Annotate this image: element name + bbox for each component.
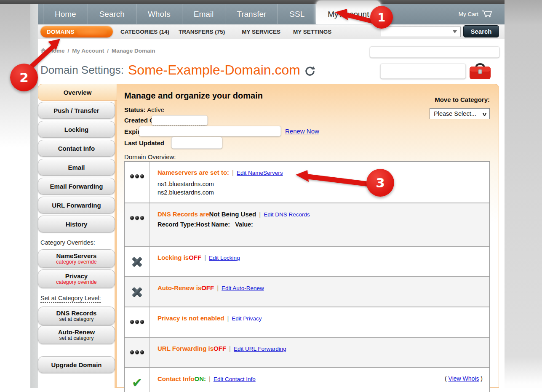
edit-contact-info-link[interactable]: Edit Contact Info [214,376,256,382]
sidebar-item-push-transfer[interactable]: Push / Transfer [38,102,115,119]
sidebar-item-upgrade-domain[interactable]: Upgrade Domain [38,356,115,373]
refresh-icon[interactable] [304,66,315,77]
subnav-tab-transfers-75-[interactable]: TRANSFERS (75) [179,29,225,35]
status-label: Status: [124,106,146,113]
nav-tab-ssl[interactable]: SSL [278,4,316,24]
redacted-box [152,115,208,125]
redacted-text-blur [77,27,107,35]
dots-icon [130,350,144,367]
updated-label: Last Updated [124,139,164,147]
sidebar-item-label: Auto-Renew [58,328,95,336]
overview-row-title: URL Forwarding is [158,345,214,352]
note-text: ( [445,375,449,382]
breadcrumb-item-my-account[interactable]: My Account [72,48,104,54]
overview-row-body: Nameservers are set to:|Edit NameServers… [150,162,489,203]
edit-nameservers-link[interactable]: Edit NameServers [237,170,283,176]
sidebar-item-url-forwarding[interactable]: URL Forwarding [38,197,115,213]
sidebar-item-dns-records[interactable]: DNS Recordsset at category [38,307,115,325]
nav-tab-transfer[interactable]: Transfer [225,4,278,24]
my-cart-button[interactable]: My Cart [459,10,493,18]
toolbox-icon[interactable] [469,61,491,80]
sidebar-item-locking[interactable]: Locking [38,121,115,138]
overview-row-icon-cell [125,203,150,246]
sidebar-item-overview[interactable]: Overview [38,84,117,101]
subnav-tab-domains[interactable]: DOMAINS [40,26,113,37]
sidebar-item-contact-info[interactable]: Contact Info [38,140,115,157]
overview-row-title: OFF [201,284,214,291]
section-heading: Manage and organize your domain [124,91,263,101]
callout-3: 3 [366,169,394,197]
breadcrumb-separator: / [68,48,69,54]
overview-row-title: Nameservers are set to: [158,169,229,176]
edit-dns-records-link[interactable]: Edit DNS Records [264,211,310,218]
separator: | [204,254,206,261]
x-icon [131,256,143,267]
redacted-box [370,46,499,58]
note-text: ) [479,375,483,382]
nav-tab-home[interactable]: Home [43,4,88,24]
edit-locking-link[interactable]: Edit Locking [209,255,240,261]
sidebar-item-label: Locking [64,126,89,133]
move-to-category-label: Move to Category: [430,96,490,103]
domain-manager-screen: HomeSearchWhoIsEmailTransferSSLMy Accoun… [0,0,542,392]
edit-url-forwarding-link[interactable]: Edit URL Forwarding [234,346,286,352]
overview-row: URL Forwarding is OFF|Edit URL Forwardin… [125,337,489,367]
view-whois-link[interactable]: View Whois [449,375,479,382]
edit-privacy-link[interactable]: Edit Privacy [232,315,262,322]
separator: | [227,315,229,322]
subnav-tab-categories-14-[interactable]: CATEGORIES (14) [120,29,169,35]
search-button[interactable]: Search [463,25,499,37]
sidebar-item-email[interactable]: Email [38,159,115,176]
domain-search-combobox[interactable] [381,27,461,37]
dots-icon [130,174,144,203]
cart-icon [482,10,493,18]
sidebar-item-history[interactable]: History [38,216,115,232]
edit-auto-renew-link[interactable]: Edit Auto-Renew [222,285,264,291]
breadcrumb-separator: / [107,48,109,54]
sidebar-item-label: Push / Transfer [53,107,99,114]
updated-row: Last Updated [124,139,164,147]
sidebar-item-nameservers[interactable]: NameServerscategory override [38,249,115,268]
status-row: Status: Active [124,106,164,113]
check-icon: ✔ [132,377,142,392]
separator: | [259,211,261,218]
overview-row-title: Not Being Used [209,211,256,218]
chevron-down-icon: v [482,111,486,117]
separator: | [229,345,231,352]
renew-now-link[interactable]: Renew Now [285,128,319,135]
overview-row: Nameservers are set to:|Edit NameServers… [125,162,489,203]
callout-2: 2 [10,64,38,91]
separator: | [232,169,234,176]
sidebar-item-label: Email Forwarding [50,183,103,190]
category-select[interactable]: Please Select... v [430,108,490,119]
breadcrumb: Home/My Account/Manage Domain [40,48,155,54]
dropdown-arrow-icon [453,30,457,33]
breadcrumb-item-home[interactable]: Home [49,48,65,54]
overview-row-title: Privacy is not enabled [158,315,224,322]
subnav-tab-my-settings[interactable]: MY SETTINGS [293,29,331,35]
page-edge-band [30,4,38,388]
nav-tab-search[interactable]: Search [88,4,136,24]
nameserver-value: ns2.bluestardns.com [158,188,482,197]
sidebar-item-privacy[interactable]: Privacycategory override [38,269,115,288]
subnav-tab-domains-label: DOMAINS [47,29,75,35]
callout-1: 1 [370,6,393,29]
overview-row-body: DNS Records are Not Being Used|Edit DNS … [150,203,489,246]
nav-tab-email[interactable]: Email [182,4,226,24]
overview-row: Privacy is not enabled|Edit Privacy [125,307,489,337]
overview-row-icon-cell [125,247,150,276]
overview-row-icon-cell: ✔ [125,368,150,392]
sidebar-item-label: NameServers [56,252,97,259]
sidebar-item-subtext: category override [56,279,97,285]
separator: | [217,284,219,291]
category-select-value: Please Select... [434,110,476,117]
search-button-label: Search [470,28,491,35]
domain-overview-label: Domain Overview: [124,153,176,160]
subnav-tab-my-services[interactable]: MY SERVICES [242,29,280,35]
sidebar-item-email-forwarding[interactable]: Email Forwarding [38,178,115,195]
my-cart-label: My Cart [459,11,478,17]
sidebar-item-auto-renew[interactable]: Auto-Renewset at category [38,325,115,344]
overview-row-icon-cell [125,338,150,367]
nav-tab-whois[interactable]: WhoIs [136,4,182,24]
dots-icon [130,216,144,246]
